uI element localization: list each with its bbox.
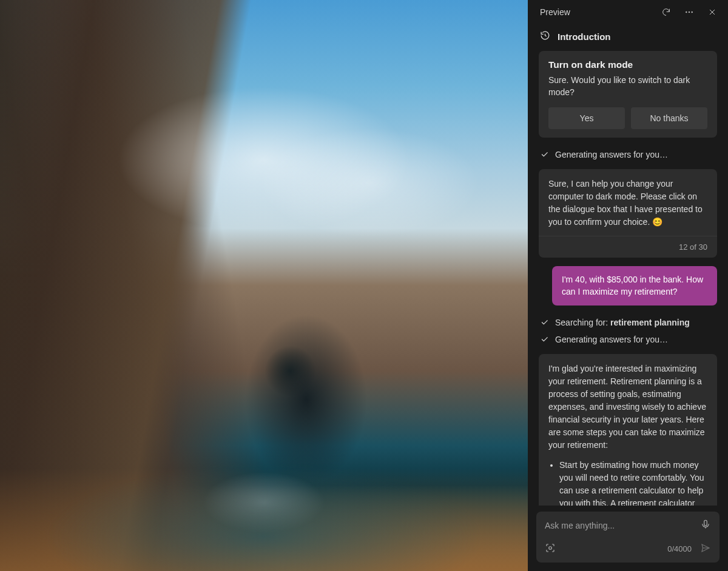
darkmode-card-title: Turn on dark mode bbox=[548, 59, 707, 70]
message-counter: 12 of 30 bbox=[679, 242, 707, 252]
close-icon[interactable] bbox=[706, 6, 718, 18]
send-icon[interactable] bbox=[700, 543, 711, 555]
darkmode-card-text: Sure. Would you like to switch to dark m… bbox=[548, 74, 707, 99]
bot-message-darkmode: Sure, I can help you change your compute… bbox=[539, 169, 717, 258]
microphone-icon[interactable] bbox=[700, 519, 711, 532]
svg-point-1 bbox=[689, 12, 690, 13]
darkmode-yes-button[interactable]: Yes bbox=[548, 107, 625, 129]
refresh-icon[interactable] bbox=[660, 6, 672, 18]
chat-input-box[interactable]: Ask me anything... 0/4000 bbox=[536, 512, 720, 563]
bot-message-retirement: I'm glad you're interested in maximizing… bbox=[539, 354, 717, 506]
svg-point-4 bbox=[549, 547, 552, 550]
desktop-wallpaper bbox=[0, 0, 528, 571]
image-search-icon[interactable] bbox=[545, 543, 556, 555]
svg-rect-3 bbox=[704, 520, 707, 526]
status-generating: Generating answers for you… bbox=[539, 146, 717, 163]
status-generating-text-2: Generating answers for you… bbox=[555, 335, 668, 344]
copilot-sidebar: Preview Introduction Turn on dark mode S… bbox=[528, 0, 728, 571]
char-counter: 0/4000 bbox=[667, 544, 692, 553]
svg-point-0 bbox=[686, 12, 687, 13]
section-header: Introduction bbox=[539, 24, 717, 51]
bot-message-bullet: Start by estimating how much money you w… bbox=[559, 459, 707, 506]
status-generating-text: Generating answers for you… bbox=[555, 150, 668, 159]
status-searching-prefix: Searching for: bbox=[555, 318, 610, 327]
bot-message-intro: I'm glad you're interested in maximizing… bbox=[548, 362, 707, 452]
status-searching: Searching for: retirement planning bbox=[539, 314, 717, 331]
status-generating-2: Generating answers for you… bbox=[539, 331, 717, 348]
history-icon bbox=[540, 30, 550, 42]
section-title: Introduction bbox=[558, 32, 610, 42]
sidebar-title: Preview bbox=[540, 7, 570, 17]
bot-message-text: Sure, I can help you change your compute… bbox=[548, 179, 703, 227]
chat-input-placeholder: Ask me anything... bbox=[545, 521, 615, 530]
emoji-smile-icon: 😊 bbox=[652, 217, 662, 227]
darkmode-card: Turn on dark mode Sure. Would you like t… bbox=[539, 51, 717, 138]
darkmode-no-button[interactable]: No thanks bbox=[631, 107, 707, 129]
chat-scroll-area[interactable]: Introduction Turn on dark mode Sure. Wou… bbox=[528, 24, 728, 506]
sidebar-header: Preview bbox=[528, 0, 728, 24]
sidebar-footer: Ask me anything... 0/4000 bbox=[528, 506, 728, 571]
user-message: I'm 40, with $85,000 in the bank. How ca… bbox=[552, 266, 717, 306]
status-searching-term: retirement planning bbox=[610, 318, 690, 327]
svg-point-2 bbox=[692, 12, 693, 13]
more-icon[interactable] bbox=[683, 6, 695, 18]
